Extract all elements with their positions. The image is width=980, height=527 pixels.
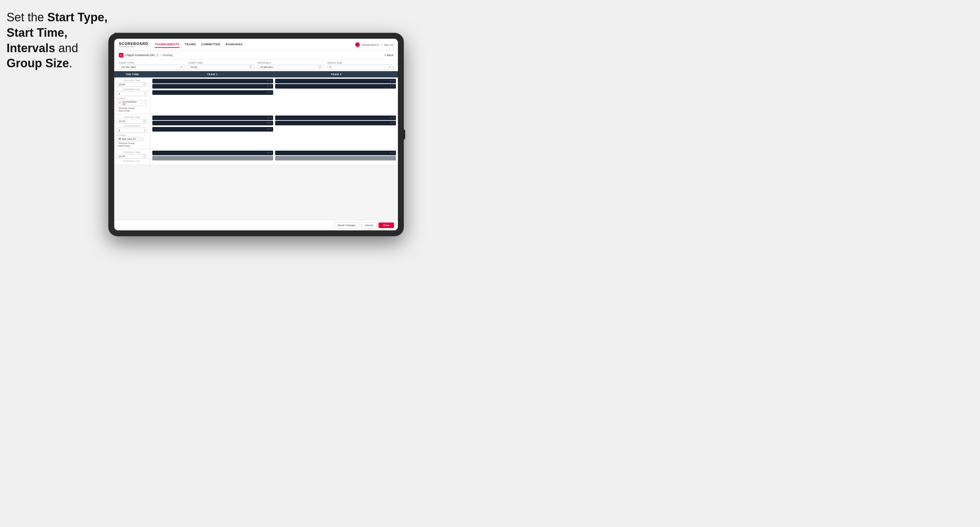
- nav-rankings[interactable]: RANKINGS: [226, 41, 243, 48]
- team1-col-2: ✕ ✎ ✕ ✎: [152, 116, 273, 125]
- start-time-group: Start Time 10:00 🕐: [188, 62, 255, 70]
- course-remove-2[interactable]: ×: [137, 138, 139, 140]
- cancel-button[interactable]: Cancel: [361, 222, 377, 229]
- table-header: Tee Time Team 1 Team 2: [114, 71, 398, 78]
- table-row: STARTING TIME: 10:20 🕐 STARTING HOLE: ✕ …: [114, 149, 398, 165]
- start-type-value: 1st Tee Start: [121, 66, 136, 68]
- intervals-select[interactable]: 10 Minutes 🕐: [258, 65, 324, 70]
- breadcrumb-hosting: Hosting: [162, 54, 173, 57]
- nav-right: blair@clippd.io | Sign out: [355, 42, 393, 47]
- tee-side-2: STARTING TIME: 10:10 🕐 STARTING HOLE: 1 …: [114, 114, 150, 149]
- table-content[interactable]: STARTING TIME: 10:00 🕐 STARTING HOLE: 1 …: [114, 78, 398, 220]
- team2-col-1: ✕ ✎ ✕ ✎: [275, 79, 396, 89]
- course-section-1: COURSE: 📍 (A) Peachtree GC × ✎ ○ Remove …: [117, 97, 147, 112]
- th-tee-time: Tee Time: [114, 71, 150, 78]
- nav-separator: |: [381, 43, 382, 46]
- player-slot[interactable]: ✕ ✎: [152, 127, 273, 132]
- add-group-btn-1[interactable]: + Add Group: [117, 110, 147, 112]
- start-time-select[interactable]: 10:00 🕐: [188, 65, 255, 70]
- nav-teams[interactable]: TEAMS: [185, 41, 196, 48]
- start-type-group: Start Type 1st Tee Start ▼: [119, 62, 185, 70]
- group-size-label: Group Size: [327, 62, 394, 64]
- breadcrumb-sep: >: [159, 54, 161, 57]
- player-slot[interactable]: ✕ ✎: [152, 90, 273, 95]
- course-actions-2: ○ Remove Group + Add Group: [117, 142, 147, 147]
- course-edit-1[interactable]: ✎: [144, 102, 146, 104]
- teams-side-3: ✕ ✎ ✕ ✎: [150, 149, 398, 165]
- player-slot[interactable]: ✕ ✎: [152, 79, 273, 83]
- course-icon-1: 📍: [119, 102, 121, 104]
- starting-time-input-3[interactable]: 10:20 🕐: [117, 154, 147, 159]
- th-team1: Team 1: [150, 71, 274, 78]
- course-section-2: COURSE: 🗺 East Lake GC × ✎ ○ Remove Grou…: [117, 134, 147, 147]
- sign-out-link[interactable]: Sign out: [384, 43, 393, 46]
- instruction-line1: Set the Start Type,: [6, 11, 107, 24]
- player-slot[interactable]: ✕ ✎: [152, 121, 273, 125]
- nav-links: TOURNAMENTS TEAMS COMMITTEE RANKINGS: [154, 41, 355, 48]
- team1-col-1: ✕ ✎ ✕ ✎: [152, 79, 273, 89]
- th-team2: Team 2: [274, 71, 398, 78]
- starting-time-input-1[interactable]: 10:00 🕐: [117, 82, 147, 87]
- course-tag-2: 🗺 East Lake GC × ✎: [117, 137, 143, 141]
- breadcrumb-bar: C Clippd Invitational (Mo...) > Hosting …: [114, 51, 398, 60]
- tablet-frame: SCOREBOARD Powered by clipp.d TOURNAMENT…: [108, 33, 404, 236]
- course-remove-1[interactable]: ×: [141, 102, 143, 105]
- player-slot[interactable]: ✕ ✎: [152, 84, 273, 89]
- start-type-select[interactable]: 1st Tee Start ▼: [119, 65, 185, 70]
- team2-col-3: ✕ ✎: [275, 151, 396, 160]
- nav-committee[interactable]: COMMITTEE: [201, 41, 221, 48]
- starting-time-label-1: STARTING TIME:: [117, 79, 147, 81]
- remove-icon-2: ○: [117, 142, 118, 144]
- remove-group-btn-2[interactable]: ○ Remove Group: [117, 142, 147, 144]
- player-slot[interactable]: [275, 156, 396, 160]
- player-slot[interactable]: ✕ ✎: [152, 151, 273, 155]
- save-button[interactable]: Save: [379, 222, 394, 228]
- player-slot[interactable]: [152, 156, 273, 160]
- user-avatar: [355, 42, 360, 47]
- course-map-icon-2: 🗺: [119, 138, 121, 140]
- starting-hole-label-1: STARTING HOLE:: [117, 88, 147, 90]
- breadcrumb-back[interactable]: < Back: [384, 54, 393, 57]
- team-slots-2: ✕ ✎ ✕ ✎ ✕ ✎: [152, 116, 396, 125]
- logo-area: SCOREBOARD Powered by clipp.d: [119, 42, 148, 48]
- remove-group-btn-1[interactable]: ○ Remove Group: [117, 107, 147, 109]
- breadcrumb-tournament[interactable]: Clippd Invitational (Mo...): [126, 54, 158, 57]
- extra-slot-row-2: ✕ ✎: [152, 127, 396, 132]
- time-clock-icon-3: 🕐: [143, 155, 146, 158]
- nav-tournaments[interactable]: TOURNAMENTS: [154, 41, 179, 48]
- team1-col-3: ✕ ✎: [152, 151, 273, 160]
- player-slot[interactable]: ✕ ✎: [275, 79, 396, 83]
- team-slots-3: ✕ ✎ ✕ ✎: [152, 151, 396, 160]
- start-time-label: Start Time: [188, 62, 255, 64]
- instruction-line4-normal: .: [69, 56, 72, 70]
- reset-changes-button[interactable]: Reset Changes: [334, 222, 359, 229]
- breadcrumb-logo: C: [119, 53, 123, 57]
- remove-icon-1: ○: [117, 107, 118, 109]
- start-type-arrow-icon: ▼: [181, 66, 183, 68]
- starting-hole-input-1[interactable]: 1 ▲ ▼: [117, 91, 147, 96]
- team1-extra-1: ✕ ✎: [152, 90, 273, 95]
- group-size-arrow-icon: ▼: [389, 66, 391, 68]
- group-size-select[interactable]: 3 ▼: [327, 65, 394, 70]
- add-group-btn-2[interactable]: + Add Group: [117, 145, 147, 147]
- course-edit-2[interactable]: ✎: [140, 138, 142, 140]
- player-slot[interactable]: ✕ ✎: [152, 116, 273, 120]
- tablet-screen: SCOREBOARD Powered by clipp.d TOURNAMENT…: [114, 39, 398, 230]
- top-nav: SCOREBOARD Powered by clipp.d TOURNAMENT…: [114, 39, 398, 51]
- table-row: STARTING TIME: 10:10 🕐 STARTING HOLE: 1 …: [114, 114, 398, 149]
- side-notch: [404, 130, 405, 140]
- player-slot[interactable]: ✕ ✎: [275, 84, 396, 89]
- team-slots-1: ✕ ✎ ✕ ✎ ✕ ✎: [152, 79, 396, 89]
- team2-empty-1: [275, 90, 396, 95]
- starting-hole-input-2[interactable]: 1 ▲ ▼: [117, 128, 147, 133]
- team2-empty-2: [275, 127, 396, 132]
- intervals-label: Intervals: [258, 62, 324, 64]
- player-slot[interactable]: ✕ ✎: [275, 116, 396, 120]
- instruction-line3-bold: Intervals: [6, 41, 55, 55]
- starting-time-input-2[interactable]: 10:10 🕐: [117, 119, 147, 124]
- hole-spinners-1: ▲ ▼: [144, 92, 146, 95]
- team1-extra-2: ✕ ✎: [152, 127, 273, 132]
- intervals-group: Intervals 10 Minutes 🕐: [258, 62, 324, 70]
- player-slot[interactable]: ✕ ✎: [275, 151, 396, 155]
- player-slot[interactable]: ✕ ✎: [275, 121, 396, 125]
